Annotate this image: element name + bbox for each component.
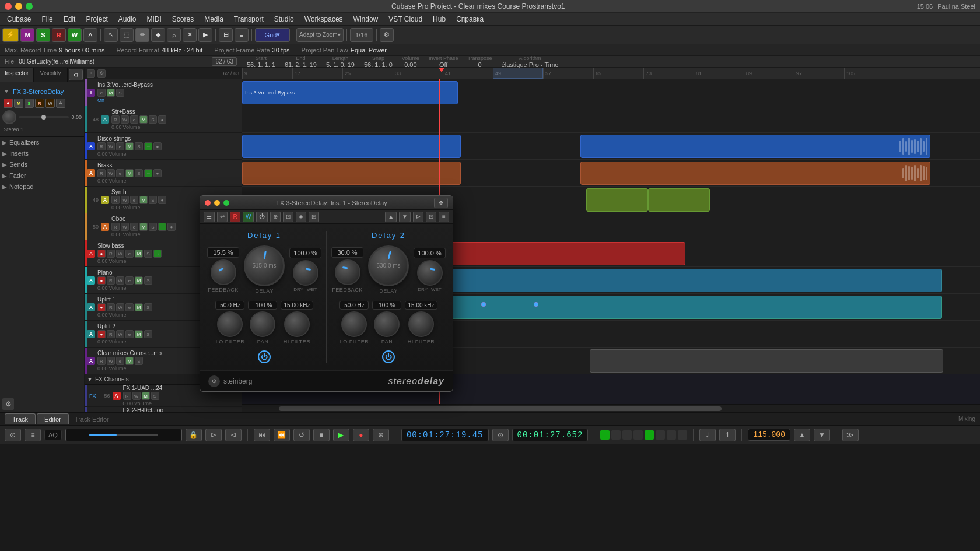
plugin-minimize[interactable] [214,200,220,206]
delay1-main-knob[interactable]: 515.0 ms [244,245,285,286]
t9-m[interactable]: M [135,303,143,311]
count-in-btn[interactable]: 1 [719,429,736,441]
t5-s[interactable]: S [149,196,157,204]
track-1-monitor[interactable]: M [107,89,115,97]
transport-stop[interactable]: ■ [313,429,330,441]
snap-type[interactable]: ≡ [235,28,249,42]
t3-rec[interactable]: ● [153,142,162,150]
delay2-feedback-knob[interactable] [335,259,360,285]
transport-rewind[interactable]: ⏮ [254,429,270,441]
activate-button[interactable]: ⚡ [2,28,19,42]
t7-e[interactable]: e [125,250,134,258]
erase-tool[interactable]: ◆ [151,28,165,42]
menu-audio[interactable]: Audio [114,14,141,24]
snap-toggle[interactable]: ⊟ [219,28,233,42]
range-tool[interactable]: ⬚ [120,28,134,42]
delay2-mix-knob[interactable] [417,260,443,286]
a-button[interactable]: A [83,28,97,42]
tab-editor[interactable]: Editor [37,413,69,424]
menu-vstcloud[interactable]: VST Cloud [384,14,427,24]
add-track-btn[interactable]: + [87,69,95,78]
t8-s[interactable]: S [144,276,152,285]
t4-rec[interactable]: ● [153,169,162,177]
t8-r[interactable]: R [107,276,115,285]
mac-window-controls[interactable] [5,3,33,10]
inspector-mute-btn[interactable]: ● [4,99,13,108]
delay1-mix-knob[interactable] [293,260,318,286]
close-dot[interactable] [5,3,12,10]
t9-e[interactable]: e [125,303,134,311]
plugin-maximize[interactable] [223,200,229,206]
more-controls[interactable]: ≫ [842,429,859,441]
delay2-mix-pct[interactable]: 100.0 % [414,248,446,258]
section-fader[interactable]: ▶ Fader [0,170,84,181]
plugin-menu[interactable]: ≡ [439,212,449,222]
menu-file[interactable]: File [37,14,57,24]
transport-record[interactable]: ● [353,429,369,441]
tab-visibility[interactable]: Visibility [34,68,68,82]
t4-w[interactable]: W [107,169,115,177]
t6-s[interactable]: S [149,223,157,231]
section-equalizers[interactable]: ▶ Equalizers + [0,136,84,148]
t6-w[interactable]: W [121,223,129,231]
fullscreen-dot[interactable] [26,3,33,10]
t11-e[interactable]: e [116,357,124,365]
play-tool[interactable]: ▶ [198,28,212,42]
t8-w[interactable]: W [116,276,124,285]
section-inserts[interactable]: ▶ Inserts + [0,148,84,159]
r-button[interactable]: R [52,28,66,42]
delay1-locut-knob[interactable] [217,311,243,337]
delay2-locut-knob[interactable] [341,311,367,337]
t11-s[interactable]: S [135,357,143,365]
track-1-e[interactable]: e [97,89,106,97]
t2-s[interactable]: S [149,115,157,124]
t8-m[interactable]: M [135,276,143,285]
delay1-pan-val[interactable]: -100 % [248,301,277,310]
t6-r[interactable]: R [111,223,120,231]
clip-5b[interactable] [648,188,710,212]
s-button[interactable]: S [36,28,50,42]
t3-s[interactable]: S [135,142,143,150]
t5-w[interactable]: W [121,196,129,204]
menu-workspaces[interactable]: Workspaces [300,14,348,24]
t2-m[interactable]: M [139,115,148,124]
tab-track[interactable]: Track [5,413,36,424]
t3-w[interactable]: W [107,142,115,150]
delay1-locut-val[interactable]: 50.0 Hz [215,301,244,310]
t2-write[interactable]: W [121,115,129,124]
delay1-power-btn[interactable]: ⏻ [258,350,271,363]
t5-e[interactable]: e [130,196,138,204]
t6-e[interactable]: e [130,223,138,231]
clip-3b[interactable] [580,135,930,158]
t4-s[interactable]: S [135,169,143,177]
t8-e[interactable]: e [125,276,134,285]
t2-record[interactable]: ● [158,115,166,124]
menu-cubase[interactable]: Cubase [2,14,36,24]
plugin-w-btn[interactable]: W [243,212,254,222]
t4-m[interactable]: M [125,169,134,177]
clip-3a[interactable] [242,135,461,158]
t9-s[interactable]: S [144,303,152,311]
fx1-w[interactable]: W [132,392,141,400]
inspector-a-btn[interactable]: A [56,99,65,108]
delay2-feedback-pct[interactable]: 30.0 % [331,247,363,258]
t3-e[interactable]: e [116,142,124,150]
delay2-hicut-knob[interactable] [408,311,434,337]
t3-r[interactable]: R [97,142,106,150]
transport-pos-slider[interactable] [65,429,182,441]
t9-record[interactable]: ● [97,303,106,311]
timeline-ruler[interactable]: 9 17 25 33 41 49 57 65 73 81 89 97 105 [242,68,980,79]
delay1-hicut-knob[interactable] [284,311,310,337]
t4-e[interactable]: e [116,169,124,177]
t6-midi[interactable]: → [158,223,166,231]
plugin-nav-extra[interactable]: ⊳ [413,212,424,222]
t4-r[interactable]: R [97,169,106,177]
delay1-mix-pct[interactable]: 100.0 % [289,248,321,258]
inspector-w-btn[interactable]: W [46,99,55,108]
transport-cycle[interactable]: ⊙ [5,429,21,441]
delay2-main-knob[interactable]: 530.0 ms [368,245,409,286]
pencil-tool[interactable]: ✏ [135,28,149,42]
plugin-settings[interactable]: ⚙ [434,198,448,208]
m-button[interactable]: M [20,28,34,42]
fx1-s[interactable]: S [151,392,159,400]
